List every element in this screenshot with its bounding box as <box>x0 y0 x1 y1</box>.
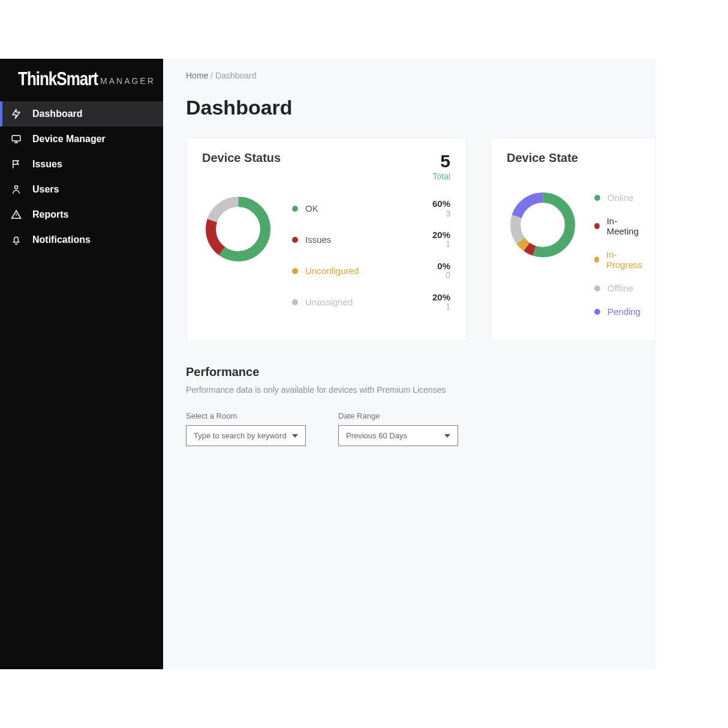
gauge-icon <box>11 109 22 119</box>
device-status-total: 5 <box>432 151 450 172</box>
legend-count: 1 <box>432 240 450 249</box>
legend-label: In-Progress <box>606 249 643 270</box>
sidebar-item-issues[interactable]: Issues <box>0 152 163 177</box>
date-range-value: Previous 60 Days <box>346 431 407 440</box>
performance-subtitle: Performance data is only available for d… <box>186 385 656 395</box>
page-title: Dashboard <box>186 96 656 119</box>
legend-row-ok[interactable]: OK 60% 3 <box>292 199 450 218</box>
legend-count: 0 <box>437 271 450 280</box>
sidebar-item-label: Reports <box>32 209 68 220</box>
legend-label: Unassigned <box>305 297 353 307</box>
sidebar-item-users[interactable]: Users <box>0 177 163 202</box>
legend-row-offline[interactable]: Offline <box>594 283 643 293</box>
dot-icon <box>594 309 600 315</box>
sidebar-item-dashboard[interactable]: Dashboard <box>0 101 163 127</box>
dot-icon <box>292 206 298 212</box>
logo-primary: ThinkSmart <box>18 68 98 90</box>
sidebar-item-notifications[interactable]: Notifications <box>0 227 163 252</box>
breadcrumb-current: Dashboard <box>215 71 257 80</box>
dot-icon <box>594 257 599 263</box>
legend-pct: 20% <box>432 293 450 303</box>
flag-icon <box>11 159 22 170</box>
sidebar: ThinkSmart MANAGER Dashboard Device Mana… <box>0 59 163 669</box>
svg-point-1 <box>14 186 17 189</box>
device-state-card: Device State <box>491 137 656 341</box>
sidebar-nav: Dashboard Device Manager Issues Users <box>0 101 163 252</box>
legend-label: In-Meeting <box>607 216 643 236</box>
legend-label: Unconfigured <box>305 266 359 276</box>
warning-icon <box>11 209 22 220</box>
dot-icon <box>292 237 298 243</box>
sidebar-item-label: Device Manager <box>32 134 106 145</box>
legend-pct: 20% <box>432 230 450 240</box>
legend-row-in-meeting[interactable]: In-Meeting <box>594 216 643 236</box>
device-status-title: Device Status <box>202 151 281 165</box>
sidebar-item-label: Notifications <box>32 234 91 245</box>
performance-title: Performance <box>186 365 656 379</box>
legend-label: Online <box>607 192 633 203</box>
legend-row-in-progress[interactable]: In-Progress <box>594 249 643 270</box>
performance-section: Performance Performance data is only ava… <box>186 365 656 446</box>
legend-row-pending[interactable]: Pending <box>594 306 643 317</box>
room-select-label: Select a Room <box>186 411 306 420</box>
device-state-title: Device State <box>507 151 640 165</box>
dot-icon <box>594 285 600 291</box>
legend-count: 1 <box>432 302 450 311</box>
logo-secondary: MANAGER <box>100 76 155 86</box>
dot-icon <box>594 195 600 201</box>
legend-pct: 0% <box>437 261 450 272</box>
legend-label: Pending <box>607 306 640 317</box>
device-status-card: Device Status 5 Total <box>186 137 467 341</box>
main-content: Home / Dashboard Dashboard Device Status… <box>163 59 656 669</box>
legend-row-issues[interactable]: Issues 20% 1 <box>292 230 450 249</box>
room-select-placeholder: Type to search by keyword <box>194 431 287 440</box>
dot-icon <box>594 223 600 229</box>
chevron-down-icon <box>292 434 298 438</box>
sidebar-item-device-manager[interactable]: Device Manager <box>0 127 163 152</box>
date-range-label: Date Range <box>338 411 458 420</box>
device-state-donut <box>507 189 579 317</box>
sidebar-item-reports[interactable]: Reports <box>0 202 163 227</box>
dot-icon <box>292 299 298 305</box>
legend-row-online[interactable]: Online <box>594 192 643 203</box>
device-status-donut <box>202 193 274 312</box>
device-status-total-label: Total <box>432 172 450 181</box>
breadcrumb: Home / Dashboard <box>186 71 656 80</box>
legend-label: OK <box>305 203 318 213</box>
user-icon <box>11 184 22 195</box>
bell-icon <box>11 234 22 245</box>
legend-count: 3 <box>432 209 450 218</box>
legend-row-unconfigured[interactable]: Unconfigured 0% 0 <box>292 261 450 281</box>
room-select[interactable]: Type to search by keyword <box>186 425 306 446</box>
monitor-icon <box>11 134 22 145</box>
sidebar-item-label: Users <box>32 184 59 195</box>
dot-icon <box>292 268 298 274</box>
breadcrumb-sep: / <box>210 71 213 80</box>
app-logo: ThinkSmart MANAGER <box>18 70 155 88</box>
sidebar-item-label: Issues <box>32 159 62 170</box>
legend-label: Offline <box>607 283 633 293</box>
chevron-down-icon <box>444 434 450 438</box>
date-range-select[interactable]: Previous 60 Days <box>338 425 458 446</box>
svg-rect-0 <box>12 136 20 141</box>
legend-label: Issues <box>305 234 331 245</box>
sidebar-item-label: Dashboard <box>32 109 83 119</box>
legend-row-unassigned[interactable]: Unassigned 20% 1 <box>292 293 450 312</box>
legend-pct: 60% <box>432 199 450 209</box>
breadcrumb-home[interactable]: Home <box>186 71 208 80</box>
